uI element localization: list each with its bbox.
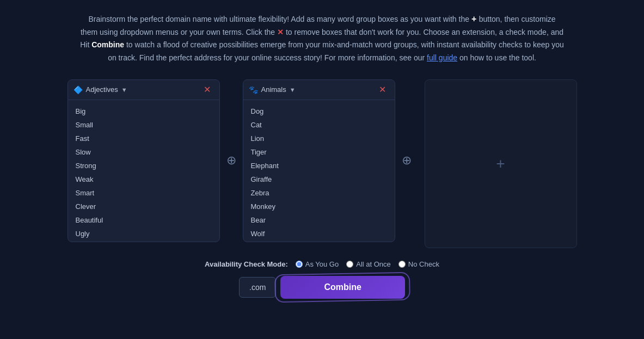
- extension-button[interactable]: .com: [239, 277, 276, 298]
- radio-no-check[interactable]: No Check: [398, 260, 439, 268]
- list-item[interactable]: Giraffe: [243, 172, 395, 186]
- list-item[interactable]: Strong: [68, 159, 219, 172]
- radio-all-at-once-label: All at Once: [356, 260, 391, 268]
- add-column-after-2-button[interactable]: ⊕: [395, 149, 418, 172]
- dropdown-arrow-1: ▼: [121, 87, 127, 93]
- add-column-after-1-button[interactable]: ⊕: [220, 149, 243, 172]
- radio-no-check-label: No Check: [408, 260, 439, 268]
- header-left-1: 🔷 Adjectives ▼: [73, 85, 200, 94]
- radio-group: As You Go All at Once No Check: [296, 260, 439, 268]
- workspace: 🔷 Adjectives ▼ ✕ BigSmallFastSlowStrongW…: [0, 74, 644, 248]
- plus-icon-inline: +: [471, 14, 479, 23]
- list-item[interactable]: Big: [68, 104, 219, 118]
- list-item[interactable]: Ugly: [68, 227, 219, 241]
- word-box-1-header: 🔷 Adjectives ▼ ✕: [68, 80, 219, 100]
- availability-row: Availability Check Mode: As You Go All a…: [205, 260, 439, 268]
- list-item[interactable]: Dog: [243, 104, 395, 118]
- intro-section: Brainstorm the perfect domain name with …: [0, 0, 644, 74]
- full-guide-link[interactable]: full guide: [427, 53, 457, 62]
- radio-as-you-go-label: As You Go: [305, 260, 339, 268]
- list-item[interactable]: Monkey: [243, 200, 395, 213]
- empty-add-box[interactable]: +: [425, 79, 577, 248]
- col-group-1: 🔷 Adjectives ▼ ✕ BigSmallFastSlowStrongW…: [68, 79, 243, 242]
- empty-box-plus-icon: +: [496, 155, 505, 172]
- dropdown-arrow-2: ▼: [290, 87, 296, 93]
- intro-text-4: on track. Find the perfect address for y…: [108, 53, 425, 62]
- box1-label: Adjectives: [86, 85, 118, 94]
- radio-no-check-input[interactable]: [398, 261, 406, 268]
- list-item[interactable]: Fast: [68, 132, 219, 145]
- list-item[interactable]: Lion: [243, 132, 395, 145]
- word-box-2-header: 🐾 Animals ▼ ✕: [243, 80, 395, 100]
- list-item[interactable]: Zebra: [243, 186, 395, 200]
- intro-text-1: Brainstorm the perfect domain name with …: [88, 15, 469, 23]
- list-item[interactable]: Small: [68, 118, 219, 132]
- box2-icon: 🐾: [249, 85, 258, 94]
- list-item[interactable]: Elephant: [243, 159, 395, 172]
- intro-text-2b: to remove boxes that don't work for you.…: [286, 28, 563, 36]
- close-box1-button[interactable]: ✕: [200, 84, 214, 95]
- intro-text-1b: button, then customize: [479, 15, 556, 23]
- intro-text-3b: to watch a flood of creative possibiliti…: [126, 40, 564, 49]
- list-item[interactable]: Weak: [68, 172, 219, 186]
- intro-text-3: Hit: [80, 40, 89, 49]
- close-box2-button[interactable]: ✕: [376, 84, 389, 95]
- intro-text-2: them using dropdown menus or your own te…: [81, 28, 275, 36]
- word-list-2-container: DogCatLionTigerElephantGiraffeZebraMonke…: [243, 100, 395, 242]
- availability-label: Availability Check Mode:: [205, 260, 288, 268]
- radio-as-you-go[interactable]: As You Go: [296, 260, 339, 268]
- list-item[interactable]: Smart: [68, 186, 219, 200]
- col-group-2: 🐾 Animals ▼ ✕ DogCatLionTigerElephantGir…: [243, 79, 418, 242]
- box2-label: Animals: [261, 85, 286, 94]
- combine-button[interactable]: Combine: [280, 276, 404, 299]
- list-item[interactable]: Bear: [243, 213, 395, 227]
- word-list-1-container: BigSmallFastSlowStrongWeakSmartCleverBea…: [68, 100, 219, 242]
- list-item[interactable]: Wolf: [243, 227, 395, 241]
- x-icon-inline: ✕: [277, 28, 286, 36]
- list-item[interactable]: Tiger: [243, 145, 395, 159]
- box1-icon: 🔷: [73, 85, 83, 94]
- list-item[interactable]: Cat: [243, 118, 395, 132]
- radio-all-at-once[interactable]: All at Once: [346, 260, 391, 268]
- radio-all-at-once-input[interactable]: [346, 261, 353, 268]
- list-item[interactable]: Slow: [68, 145, 219, 159]
- intro-text-4b: on how to use the tool.: [459, 53, 536, 62]
- radio-as-you-go-input[interactable]: [296, 261, 303, 268]
- list-item[interactable]: Clever: [68, 200, 219, 213]
- list-item[interactable]: Beautiful: [68, 213, 219, 227]
- action-row: .com Combine: [239, 276, 405, 299]
- word-box-2: 🐾 Animals ▼ ✕ DogCatLionTigerElephantGir…: [243, 79, 395, 242]
- bottom-controls: Availability Check Mode: As You Go All a…: [0, 260, 644, 299]
- word-box-1: 🔷 Adjectives ▼ ✕ BigSmallFastSlowStrongW…: [68, 79, 220, 242]
- combine-word-inline: Combine: [91, 40, 124, 49]
- header-left-2: 🐾 Animals ▼: [249, 85, 376, 94]
